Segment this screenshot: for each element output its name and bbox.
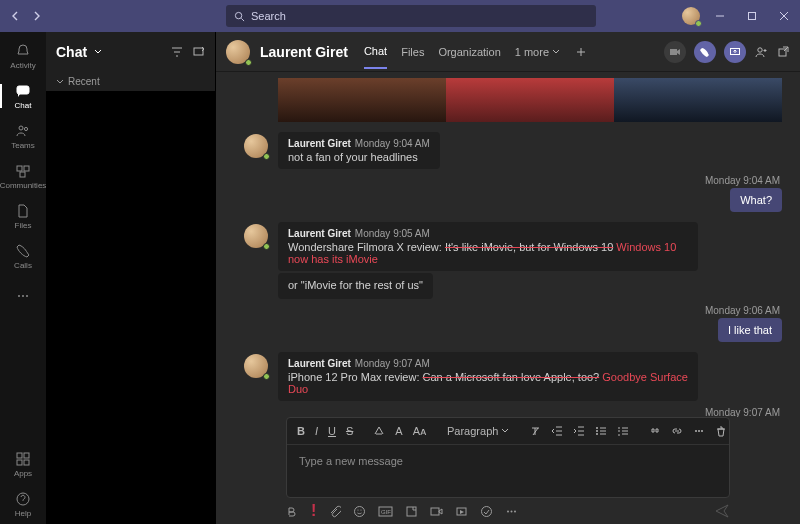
nav-forward-button[interactable] [26,4,46,28]
screen-share-button[interactable] [724,41,746,63]
chat-list-title: Chat [56,44,87,60]
message-bubble[interactable]: Laurent GiretMonday 9:05 AM Wondershare … [278,222,698,271]
svg-point-19 [758,47,762,51]
svg-point-38 [514,510,516,512]
stream-button[interactable] [455,505,468,518]
message-avatar[interactable] [244,354,268,378]
svg-point-23 [596,433,598,435]
current-user-avatar[interactable] [682,7,700,25]
format-bold-button[interactable]: B [297,425,305,437]
format-highlight-button[interactable] [373,425,385,437]
rail-apps[interactable]: Apps [0,444,46,484]
svg-rect-2 [17,86,29,94]
format-underline-button[interactable]: U [328,425,336,437]
message-outgoing: Monday 9:06 AM I like that [244,305,782,342]
presence-available-icon [695,20,702,27]
popout-button[interactable] [776,45,790,59]
chat-header-name: Laurent Giret [260,44,348,60]
add-tab-button[interactable] [574,45,588,59]
svg-rect-13 [17,460,22,465]
gif-button[interactable]: GIF [378,505,393,518]
search-placeholder: Search [251,10,286,22]
message-text: Wondershare Filmora X review: It's like … [288,241,688,265]
video-call-button[interactable] [664,41,686,63]
attach-button[interactable] [328,505,341,518]
format-toggle-button[interactable] [286,505,299,518]
svg-rect-7 [20,172,25,177]
format-link-button[interactable] [671,425,683,437]
tab-files[interactable]: Files [401,46,424,68]
chat-list-pane: Chat Recent [46,32,216,524]
more-actions-button[interactable] [505,505,518,518]
rail-more[interactable] [0,276,46,316]
chat-list [46,91,215,524]
format-clear-button[interactable] [529,425,541,437]
rail-help[interactable]: Help [0,484,46,524]
search-input[interactable]: Search [226,5,596,27]
format-indent-decrease-button[interactable] [551,425,563,437]
message-bubble[interactable]: Laurent GiretMonday 9:04 AM not a fan of… [278,132,440,169]
tab-more[interactable]: 1 more [515,46,560,68]
priority-button[interactable]: ! [311,502,316,520]
emoji-button[interactable] [353,505,366,518]
tab-organization[interactable]: Organization [438,46,500,68]
rail-files[interactable]: Files [0,196,46,236]
format-quote-button[interactable] [649,425,661,437]
svg-rect-17 [670,49,677,55]
recent-header[interactable]: Recent [46,72,215,91]
format-paragraph-select[interactable]: Paragraph [447,425,509,437]
rail-chat[interactable]: Chat [0,76,46,116]
format-italic-button[interactable]: I [315,425,318,437]
new-chat-icon[interactable] [193,46,205,58]
format-more-button[interactable] [693,425,705,437]
sticker-button[interactable] [405,505,418,518]
window-close-button[interactable] [768,0,800,32]
message-bubble[interactable]: Laurent GiretMonday 9:07 AM iPhone 12 Pr… [278,352,698,401]
search-icon [234,11,245,22]
rail-calls[interactable]: Calls [0,236,46,276]
message-composer: B I U S A Aᴀ Paragraph [286,417,730,498]
format-fontsize-button[interactable]: Aᴀ [413,425,427,438]
tab-chat[interactable]: Chat [364,45,387,69]
approval-button[interactable] [480,505,493,518]
svg-rect-33 [431,508,439,515]
message-text: not a fan of your headlines [288,151,430,163]
compose-input[interactable]: Type a new message [287,445,729,497]
svg-rect-5 [17,166,22,171]
meeting-button[interactable] [430,505,443,518]
chat-header: Laurent Giret Chat Files Organization 1 … [216,32,800,72]
window-maximize-button[interactable] [736,0,768,32]
format-strike-button[interactable]: S [346,425,353,437]
format-bullets-button[interactable] [595,425,607,437]
svg-point-3 [19,126,23,130]
rail-communities[interactable]: Communities [0,156,46,196]
message-bubble[interactable]: I like that [718,318,782,342]
format-indent-increase-button[interactable] [573,425,585,437]
audio-call-button[interactable] [694,41,716,63]
format-numbered-button[interactable] [617,425,629,437]
message-bubble[interactable]: What? [730,188,782,212]
window-minimize-button[interactable] [704,0,736,32]
nav-back-button[interactable] [6,4,26,28]
svg-point-25 [698,430,700,432]
send-button[interactable] [714,503,730,519]
rail-activity[interactable]: Activity [0,36,46,76]
caret-down-icon [56,78,64,86]
image-attachment[interactable] [278,78,782,122]
svg-point-4 [24,127,27,130]
svg-point-0 [235,12,241,18]
chat-header-avatar[interactable] [226,40,250,64]
svg-point-35 [482,506,492,516]
svg-point-26 [701,430,703,432]
filter-icon[interactable] [171,46,183,58]
svg-rect-14 [24,460,29,465]
message-bubble[interactable]: or "iMovie for the rest of us" [278,273,433,299]
chevron-down-icon[interactable] [93,47,103,57]
message-text: iPhone 12 Pro Max review: Can a Microsof… [288,371,688,395]
message-avatar[interactable] [244,134,268,158]
rail-teams[interactable]: Teams [0,116,46,156]
delete-draft-button[interactable] [715,425,727,437]
add-people-button[interactable] [754,45,768,59]
format-fontcolor-button[interactable]: A [395,425,402,437]
message-avatar[interactable] [244,224,268,248]
